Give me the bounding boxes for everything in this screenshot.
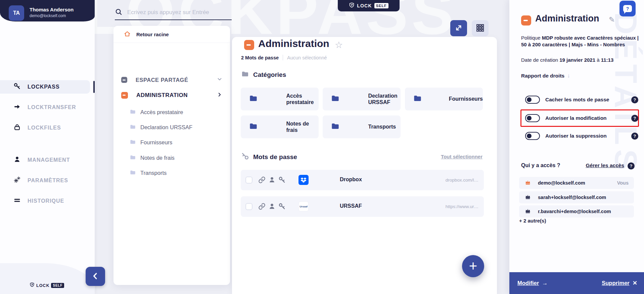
- crown-icon: [524, 193, 531, 201]
- rights-report-row: Rapport de droits ↓: [521, 72, 570, 79]
- add-password-button[interactable]: +: [462, 255, 484, 277]
- password-count: 2 Mots de passe: [241, 55, 279, 60]
- toggle-label: Autoriser la modification: [545, 115, 607, 121]
- sidebar-item-locktransfer[interactable]: LOCKTRANSFER: [0, 101, 90, 114]
- link-icon[interactable]: [258, 176, 266, 185]
- sidebar: TA Thomas Anderson demo@lockself.com LOC…: [0, 0, 95, 294]
- tree-folder-acces-prestataire[interactable]: Accès prestataire: [125, 107, 183, 117]
- grid-view-button[interactable]: [472, 20, 489, 36]
- help-question-icon[interactable]: ?: [631, 96, 638, 103]
- tree-folder-transports[interactable]: Transports: [125, 168, 167, 178]
- back-to-root-label: Retour racine: [136, 32, 169, 37]
- tree-folder-label: Accès prestataire: [140, 109, 183, 115]
- key-icon[interactable]: [278, 203, 286, 211]
- select-all-link[interactable]: Tout sélectionner: [441, 154, 482, 159]
- tree-group-administration[interactable]: ADMINISTRATION: [121, 90, 223, 100]
- category-card-label: Transports: [368, 124, 401, 130]
- tree-group-label: ESPACE PARTAGÉ: [136, 77, 188, 83]
- access-heading-row: Qui y a accès ? Gérer les accès ?: [521, 162, 635, 170]
- folder-icon: [130, 124, 136, 131]
- tree-group-espace-partage[interactable]: ESPACE PARTAGÉ: [121, 75, 223, 85]
- category-card-transports[interactable]: Transports: [323, 115, 401, 138]
- access-row: r.bavarchi+demo@lockself.com: [519, 205, 634, 217]
- sidebar-item-label: MANAGEMENT: [28, 157, 70, 163]
- category-card-fournisseurs[interactable]: Fournisseurs: [405, 88, 483, 110]
- allow-modification-toggle[interactable]: [525, 114, 540, 122]
- folder-icon: [130, 108, 136, 116]
- gears-icon: [13, 176, 21, 185]
- folder-icon: [241, 70, 249, 80]
- row-checkbox[interactable]: [245, 203, 252, 210]
- sidebar-item-management[interactable]: MANAGEMENT: [0, 153, 90, 167]
- link-icon[interactable]: [258, 203, 266, 211]
- details-action-bar: Modifier → Supprimer ✕: [509, 272, 644, 294]
- avatar[interactable]: TA: [9, 5, 24, 21]
- folder-icon: [249, 94, 281, 104]
- download-icon[interactable]: ↓: [567, 72, 570, 79]
- allow-deletion-toggle[interactable]: [525, 132, 540, 140]
- shield-icon: [349, 2, 355, 9]
- password-row-dropbox[interactable]: Dropbox dropbox.com/l…: [241, 170, 484, 190]
- more-users-link[interactable]: + 2 autre(s): [519, 218, 546, 224]
- sidebar-item-parametres[interactable]: PARAMÈTRES: [0, 174, 90, 187]
- row-checkbox[interactable]: [245, 177, 252, 184]
- created-time: 11:13: [601, 57, 614, 63]
- search-input[interactable]: [127, 9, 228, 16]
- list-icon: [13, 197, 21, 205]
- collapse-sidebar-button[interactable]: [86, 267, 105, 286]
- hide-passwords-toggle[interactable]: [525, 96, 540, 104]
- created-label: Date de création: [521, 57, 558, 63]
- shared-space-icon: [121, 77, 127, 83]
- password-row-urssaf[interactable]: Urssaf URSSAF https://www.ur…: [241, 196, 484, 217]
- tree-folder-label: Transports: [140, 170, 167, 176]
- user-name: Thomas Anderson: [30, 7, 74, 12]
- category-card-label: Fournisseurs: [449, 96, 483, 102]
- key-icon[interactable]: [278, 176, 286, 185]
- details-title: Administration: [535, 13, 599, 24]
- help-question-icon[interactable]: ?: [628, 162, 635, 169]
- dropbox-logo: [298, 175, 309, 185]
- search-icon: [115, 8, 123, 17]
- sidebar-item-lockpass[interactable]: LOCKPASS: [0, 80, 90, 94]
- chevron-down-icon[interactable]: [217, 76, 223, 84]
- shield-icon: [30, 282, 35, 289]
- chevron-right-icon[interactable]: [217, 92, 223, 99]
- help-question-icon[interactable]: ?: [631, 115, 638, 122]
- favorite-star-icon[interactable]: ☆: [335, 40, 343, 50]
- sidebar-wave-decoration: [0, 263, 95, 294]
- arrow-right-icon: [13, 103, 21, 112]
- person-icon: [13, 156, 21, 164]
- help-question-icon[interactable]: ?: [631, 133, 638, 140]
- manage-access-link[interactable]: Gérer les accès: [586, 162, 624, 168]
- modify-button[interactable]: Modifier →: [517, 280, 548, 287]
- categories-heading: Catégories: [241, 70, 286, 80]
- grid-icon: [476, 23, 485, 33]
- administration-icon: [121, 92, 128, 99]
- back-to-root-item[interactable]: Retour racine: [113, 26, 230, 43]
- toggle-knob: [527, 116, 532, 120]
- delete-button[interactable]: Supprimer ✕: [602, 280, 637, 287]
- person-icon[interactable]: [268, 203, 276, 211]
- chevron-left-icon: [91, 271, 100, 282]
- edit-pencil-icon[interactable]: ✎: [609, 15, 615, 24]
- category-card-notes-de-frais[interactable]: Notes de frais: [241, 115, 319, 138]
- tree-folder-declaration-urssaf[interactable]: Declaration URSSAF: [125, 122, 192, 132]
- tree-folder-fournisseurs[interactable]: Fournisseurs: [125, 137, 172, 147]
- category-card-declaration-urssaf[interactable]: Declaration URSSAF: [323, 88, 401, 110]
- selection-status: Aucun sélectionné: [287, 55, 327, 60]
- user-email: demo@lockself.com: [30, 13, 66, 18]
- expand-view-button[interactable]: [450, 20, 467, 36]
- password-name: URSSAF: [340, 203, 362, 209]
- access-row-owner: demo@lockself.com Vous: [519, 177, 634, 189]
- logo-self-text: SELF: [374, 3, 388, 8]
- sidebar-item-lockfiles[interactable]: LOCKFILES: [0, 121, 90, 135]
- tree-folder-notes-de-frais[interactable]: Notes de frais: [125, 153, 175, 163]
- access-email: demo@lockself.com: [538, 180, 585, 186]
- help-button[interactable]: ?: [619, 1, 636, 16]
- sidebar-item-historique[interactable]: HISTORIQUE: [0, 194, 90, 208]
- close-icon: ✕: [633, 280, 637, 287]
- person-icon[interactable]: [268, 176, 276, 185]
- sidebar-item-label: HISTORIQUE: [28, 198, 64, 204]
- toggle-row-hide-passwords: Cacher les mots de passe ?: [525, 95, 638, 104]
- category-card-acces-prestataire[interactable]: Accès prestataire: [241, 88, 319, 110]
